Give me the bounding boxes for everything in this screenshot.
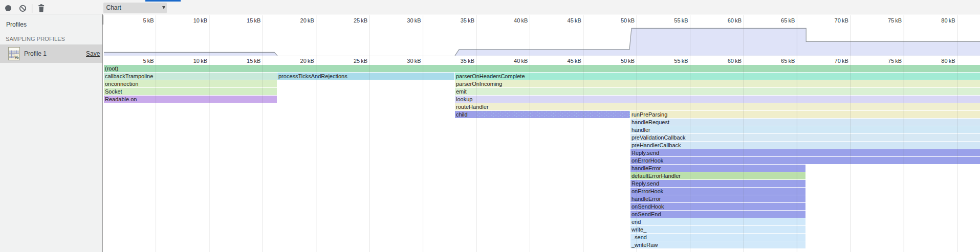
svg-text:onErrorHook: onErrorHook <box>631 188 664 194</box>
svg-text:65 kB: 65 kB <box>781 58 795 64</box>
svg-text:_send: _send <box>631 234 647 240</box>
svg-text:Reply.send: Reply.send <box>631 150 659 156</box>
svg-text:child: child <box>456 111 468 118</box>
svg-text:preHandlerCallback: preHandlerCallback <box>631 142 681 148</box>
svg-text:80 kB: 80 kB <box>941 58 955 64</box>
svg-text:onErrorHook: onErrorHook <box>631 157 664 164</box>
svg-text:50 kB: 50 kB <box>621 17 635 24</box>
svg-text:25 kB: 25 kB <box>354 17 367 24</box>
svg-text:35 kB: 35 kB <box>461 17 474 24</box>
svg-text:35 kB: 35 kB <box>461 58 474 64</box>
svg-text:20 kB: 20 kB <box>300 58 314 64</box>
svg-text:45 kB: 45 kB <box>568 17 581 24</box>
svg-text:5 kB: 5 kB <box>143 17 154 24</box>
svg-text:write_: write_ <box>631 226 647 233</box>
svg-text:10 kB: 10 kB <box>193 17 207 24</box>
svg-text:parserOnHeadersComplete: parserOnHeadersComplete <box>456 73 525 79</box>
svg-text:handleRequest: handleRequest <box>631 119 669 125</box>
svg-text:55 kB: 55 kB <box>674 17 688 24</box>
svg-text:65 kB: 65 kB <box>781 17 795 24</box>
svg-text:onSendHook: onSendHook <box>631 203 664 210</box>
svg-text:5 kB: 5 kB <box>143 58 154 64</box>
svg-text:handleError: handleError <box>631 196 661 202</box>
svg-text:55 kB: 55 kB <box>674 58 688 64</box>
svg-text:45 kB: 45 kB <box>568 58 581 64</box>
svg-text:Socket: Socket <box>105 88 122 95</box>
svg-text:20 kB: 20 kB <box>300 17 314 24</box>
svg-text:routeHandler: routeHandler <box>456 104 489 110</box>
svg-text:defaultErrorHandler: defaultErrorHandler <box>631 173 681 179</box>
svg-text:%: % <box>15 55 19 60</box>
svg-text:30 kB: 30 kB <box>407 58 421 64</box>
svg-text:handler: handler <box>631 127 650 133</box>
svg-text:50 kB: 50 kB <box>621 58 635 64</box>
svg-text:preValidationCallback: preValidationCallback <box>631 134 686 141</box>
svg-text:onconnection: onconnection <box>105 81 138 87</box>
svg-text:callbackTrampoline: callbackTrampoline <box>105 73 153 79</box>
svg-text:60 kB: 60 kB <box>728 17 742 24</box>
svg-text:processTicksAndRejections: processTicksAndRejections <box>278 73 347 79</box>
svg-text:15 kB: 15 kB <box>247 58 260 64</box>
svg-text:60 kB: 60 kB <box>728 58 742 64</box>
svg-text:lookup: lookup <box>456 96 472 102</box>
svg-text:Readable.on: Readable.on <box>105 96 137 102</box>
svg-text:40 kB: 40 kB <box>514 58 528 64</box>
svg-text:80 kB: 80 kB <box>941 17 955 24</box>
svg-text:end: end <box>631 219 641 225</box>
svg-text:15 kB: 15 kB <box>247 17 260 24</box>
svg-text:40 kB: 40 kB <box>514 17 528 24</box>
svg-text:(root): (root) <box>105 65 118 72</box>
svg-text:handleError: handleError <box>631 165 661 171</box>
svg-text:onSendEnd: onSendEnd <box>631 211 661 217</box>
svg-text:70 kB: 70 kB <box>835 17 848 24</box>
svg-text:70 kB: 70 kB <box>835 58 848 64</box>
svg-text:_writeRaw: _writeRaw <box>631 242 658 248</box>
svg-text:75 kB: 75 kB <box>888 58 902 64</box>
svg-text:emit: emit <box>456 88 467 95</box>
svg-text:75 kB: 75 kB <box>888 17 902 24</box>
svg-text:25 kB: 25 kB <box>354 58 367 64</box>
svg-text:parserOnIncoming: parserOnIncoming <box>456 81 503 87</box>
svg-text:Reply.send: Reply.send <box>631 180 659 187</box>
svg-text:30 kB: 30 kB <box>407 17 421 24</box>
svg-text:10 kB: 10 kB <box>193 58 207 64</box>
